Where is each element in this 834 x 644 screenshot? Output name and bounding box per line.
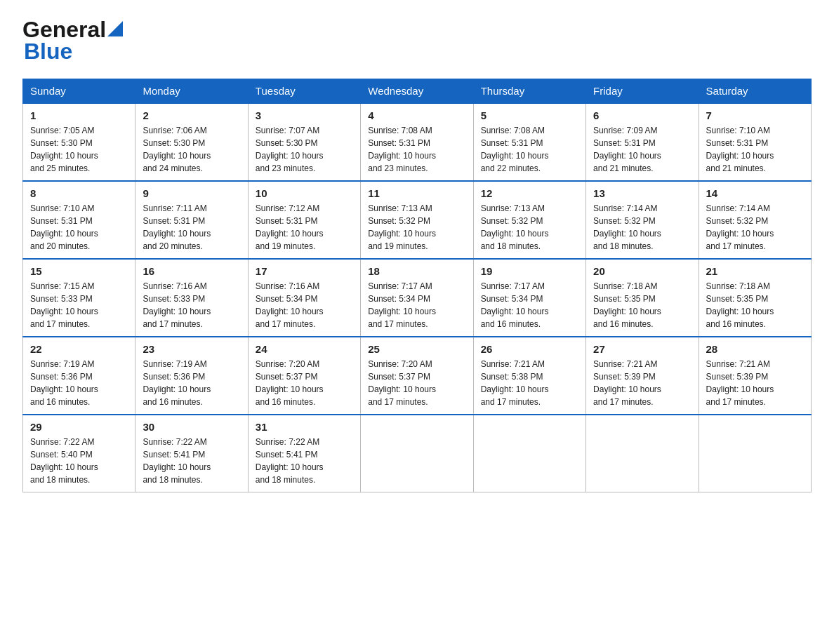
day-header-monday: Monday [135, 79, 248, 104]
day-number: 1 [30, 109, 128, 121]
day-number: 7 [706, 109, 804, 121]
day-info: Sunrise: 7:15 AMSunset: 5:33 PMDaylight:… [30, 281, 98, 329]
day-number: 30 [143, 421, 240, 433]
day-info: Sunrise: 7:22 AMSunset: 5:41 PMDaylight:… [143, 437, 211, 485]
day-number: 20 [593, 265, 691, 277]
calendar-week-2: 8 Sunrise: 7:10 AMSunset: 5:31 PMDayligh… [23, 181, 812, 259]
day-number: 22 [30, 343, 128, 355]
day-number: 16 [143, 265, 240, 277]
day-info: Sunrise: 7:22 AMSunset: 5:41 PMDaylight:… [256, 437, 324, 485]
day-info: Sunrise: 7:10 AMSunset: 5:31 PMDaylight:… [706, 126, 774, 173]
page-header: General Blue [22, 17, 812, 65]
calendar-header-row: SundayMondayTuesdayWednesdayThursdayFrid… [23, 79, 812, 104]
calendar-cell: 10 Sunrise: 7:12 AMSunset: 5:31 PMDaylig… [248, 181, 360, 259]
calendar-cell: 17 Sunrise: 7:16 AMSunset: 5:34 PMDaylig… [248, 259, 360, 337]
calendar-table: SundayMondayTuesdayWednesdayThursdayFrid… [22, 79, 812, 492]
day-info: Sunrise: 7:19 AMSunset: 5:36 PMDaylight:… [143, 359, 211, 407]
day-info: Sunrise: 7:20 AMSunset: 5:37 PMDaylight:… [256, 359, 324, 407]
day-number: 13 [593, 187, 691, 199]
day-number: 17 [256, 265, 353, 277]
calendar-cell: 12 Sunrise: 7:13 AMSunset: 5:32 PMDaylig… [473, 181, 585, 259]
day-number: 27 [593, 343, 691, 355]
calendar-cell: 24 Sunrise: 7:20 AMSunset: 5:37 PMDaylig… [248, 337, 360, 415]
calendar-cell: 11 Sunrise: 7:13 AMSunset: 5:32 PMDaylig… [361, 181, 473, 259]
day-info: Sunrise: 7:21 AMSunset: 5:39 PMDaylight:… [706, 359, 774, 407]
calendar-cell: 30 Sunrise: 7:22 AMSunset: 5:41 PMDaylig… [135, 415, 248, 492]
calendar-cell: 23 Sunrise: 7:19 AMSunset: 5:36 PMDaylig… [135, 337, 248, 415]
calendar-cell: 5 Sunrise: 7:08 AMSunset: 5:31 PMDayligh… [473, 103, 585, 181]
day-info: Sunrise: 7:12 AMSunset: 5:31 PMDaylight:… [256, 203, 324, 251]
calendar-body: 1 Sunrise: 7:05 AMSunset: 5:30 PMDayligh… [23, 103, 812, 492]
day-info: Sunrise: 7:13 AMSunset: 5:32 PMDaylight:… [481, 203, 549, 251]
calendar-cell: 3 Sunrise: 7:07 AMSunset: 5:30 PMDayligh… [248, 103, 360, 181]
day-info: Sunrise: 7:14 AMSunset: 5:32 PMDaylight:… [593, 203, 661, 251]
day-header-saturday: Saturday [699, 79, 811, 104]
day-info: Sunrise: 7:14 AMSunset: 5:32 PMDaylight:… [706, 203, 774, 251]
day-number: 9 [143, 187, 240, 199]
calendar-cell: 9 Sunrise: 7:11 AMSunset: 5:31 PMDayligh… [135, 181, 248, 259]
day-info: Sunrise: 7:07 AMSunset: 5:30 PMDaylight:… [256, 126, 324, 173]
calendar-week-3: 15 Sunrise: 7:15 AMSunset: 5:33 PMDaylig… [23, 259, 812, 337]
calendar-cell: 2 Sunrise: 7:06 AMSunset: 5:30 PMDayligh… [135, 103, 248, 181]
calendar-cell [586, 415, 699, 492]
calendar-cell [473, 415, 585, 492]
logo-triangle-icon [107, 21, 123, 36]
logo-blue-text: Blue [24, 39, 123, 65]
calendar-cell: 4 Sunrise: 7:08 AMSunset: 5:31 PMDayligh… [361, 103, 473, 181]
calendar-cell: 21 Sunrise: 7:18 AMSunset: 5:35 PMDaylig… [699, 259, 811, 337]
day-header-wednesday: Wednesday [361, 79, 473, 104]
calendar-cell: 16 Sunrise: 7:16 AMSunset: 5:33 PMDaylig… [135, 259, 248, 337]
day-header-sunday: Sunday [23, 79, 135, 104]
logo: General Blue [22, 17, 123, 65]
day-info: Sunrise: 7:19 AMSunset: 5:36 PMDaylight:… [30, 359, 98, 407]
day-info: Sunrise: 7:11 AMSunset: 5:31 PMDaylight:… [143, 203, 211, 251]
day-info: Sunrise: 7:16 AMSunset: 5:33 PMDaylight:… [143, 281, 211, 329]
day-number: 12 [481, 187, 578, 199]
day-number: 29 [30, 421, 128, 433]
day-info: Sunrise: 7:08 AMSunset: 5:31 PMDaylight:… [481, 126, 549, 173]
day-number: 14 [706, 187, 804, 199]
day-number: 6 [593, 109, 691, 121]
calendar-cell: 25 Sunrise: 7:20 AMSunset: 5:37 PMDaylig… [361, 337, 473, 415]
calendar-cell: 15 Sunrise: 7:15 AMSunset: 5:33 PMDaylig… [23, 259, 135, 337]
calendar-cell: 14 Sunrise: 7:14 AMSunset: 5:32 PMDaylig… [699, 181, 811, 259]
day-number: 2 [143, 109, 240, 121]
day-header-tuesday: Tuesday [248, 79, 360, 104]
day-number: 25 [368, 343, 465, 355]
day-number: 11 [368, 187, 465, 199]
calendar-cell [699, 415, 811, 492]
svg-marker-0 [107, 21, 123, 36]
calendar-cell: 1 Sunrise: 7:05 AMSunset: 5:30 PMDayligh… [23, 103, 135, 181]
day-info: Sunrise: 7:13 AMSunset: 5:32 PMDaylight:… [368, 203, 436, 251]
day-info: Sunrise: 7:22 AMSunset: 5:40 PMDaylight:… [30, 437, 98, 485]
calendar-week-1: 1 Sunrise: 7:05 AMSunset: 5:30 PMDayligh… [23, 103, 812, 181]
day-info: Sunrise: 7:17 AMSunset: 5:34 PMDaylight:… [368, 281, 436, 329]
day-number: 4 [368, 109, 465, 121]
calendar-cell: 18 Sunrise: 7:17 AMSunset: 5:34 PMDaylig… [361, 259, 473, 337]
calendar-cell: 19 Sunrise: 7:17 AMSunset: 5:34 PMDaylig… [473, 259, 585, 337]
day-number: 10 [256, 187, 353, 199]
day-info: Sunrise: 7:20 AMSunset: 5:37 PMDaylight:… [368, 359, 436, 407]
calendar-cell [361, 415, 473, 492]
calendar-cell: 22 Sunrise: 7:19 AMSunset: 5:36 PMDaylig… [23, 337, 135, 415]
day-info: Sunrise: 7:18 AMSunset: 5:35 PMDaylight:… [706, 281, 774, 329]
day-number: 15 [30, 265, 128, 277]
day-info: Sunrise: 7:17 AMSunset: 5:34 PMDaylight:… [481, 281, 549, 329]
day-number: 28 [706, 343, 804, 355]
day-info: Sunrise: 7:18 AMSunset: 5:35 PMDaylight:… [593, 281, 661, 329]
day-info: Sunrise: 7:21 AMSunset: 5:38 PMDaylight:… [481, 359, 549, 407]
calendar-cell: 20 Sunrise: 7:18 AMSunset: 5:35 PMDaylig… [586, 259, 699, 337]
calendar-cell: 6 Sunrise: 7:09 AMSunset: 5:31 PMDayligh… [586, 103, 699, 181]
day-info: Sunrise: 7:21 AMSunset: 5:39 PMDaylight:… [593, 359, 661, 407]
day-info: Sunrise: 7:16 AMSunset: 5:34 PMDaylight:… [256, 281, 324, 329]
day-number: 23 [143, 343, 240, 355]
calendar-week-5: 29 Sunrise: 7:22 AMSunset: 5:40 PMDaylig… [23, 415, 812, 492]
day-number: 8 [30, 187, 128, 199]
day-info: Sunrise: 7:06 AMSunset: 5:30 PMDaylight:… [143, 126, 211, 173]
calendar-cell: 7 Sunrise: 7:10 AMSunset: 5:31 PMDayligh… [699, 103, 811, 181]
day-info: Sunrise: 7:08 AMSunset: 5:31 PMDaylight:… [368, 126, 436, 173]
day-number: 5 [481, 109, 578, 121]
calendar-cell: 13 Sunrise: 7:14 AMSunset: 5:32 PMDaylig… [586, 181, 699, 259]
day-header-friday: Friday [586, 79, 699, 104]
day-info: Sunrise: 7:10 AMSunset: 5:31 PMDaylight:… [30, 203, 98, 251]
